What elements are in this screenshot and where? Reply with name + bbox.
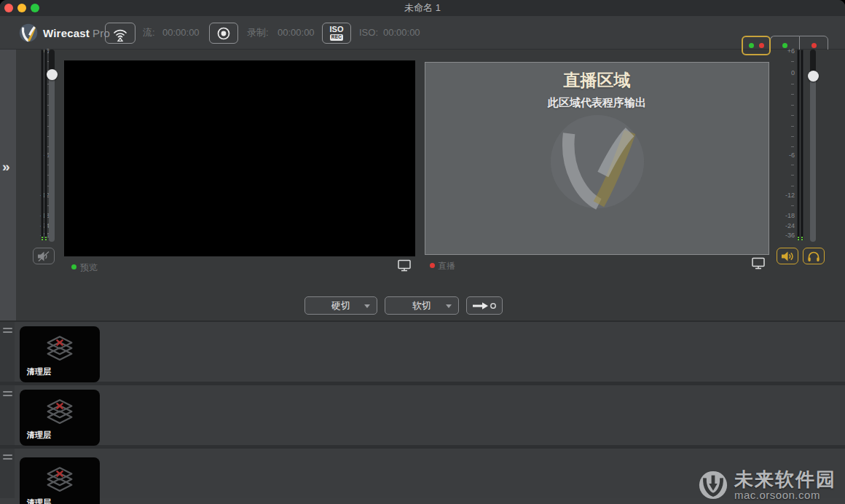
live-status-dot: [430, 263, 435, 268]
clear-layer-icon: [42, 399, 77, 431]
audio-meter-left: +60-6-12-18-24-36: [16, 50, 64, 320]
vu-meter: [41, 50, 47, 240]
wirecast-logo-icon: [19, 23, 38, 42]
preview-dot-icon: [749, 43, 754, 48]
iso-rec-icon: ISO REC: [330, 25, 344, 41]
layer-row[interactable]: 清理层: [0, 449, 845, 498]
chevron-down-icon: [446, 304, 452, 308]
iso-record-button[interactable]: ISO REC: [322, 23, 351, 44]
preview-canvas: [64, 60, 415, 256]
iso-label: ISO:: [359, 16, 378, 50]
layer-row[interactable]: 清理层: [0, 322, 845, 385]
go-transition-button[interactable]: [466, 296, 503, 315]
live-status-label: 直播: [438, 260, 455, 272]
fader-knob[interactable]: [808, 71, 819, 82]
headphones-icon: [807, 251, 820, 262]
preview-status-dot: [71, 264, 76, 269]
layer-thumbnail[interactable]: 清理层: [20, 326, 100, 382]
wirecast-window: 未命名 1 WirecastPro 流: 00:00:00: [0, 0, 845, 504]
fader-knob[interactable]: [47, 69, 58, 80]
monitor-audio-button[interactable]: [777, 248, 798, 264]
live-area-title: 直播区域: [425, 69, 769, 92]
layers-shelf: 清理层 清理层: [0, 320, 845, 504]
muted-speaker-icon: [36, 251, 51, 262]
speaker-icon: [780, 251, 795, 262]
transition-1-label: 硬切: [331, 299, 350, 312]
transition-2-dropdown[interactable]: 软切: [385, 296, 459, 315]
record-label: 录制:: [247, 16, 269, 50]
layer-drag-handle[interactable]: [0, 385, 15, 445]
app-name: WirecastPro: [43, 27, 110, 39]
monitor-icon: [751, 257, 766, 269]
preview-status-label: 预览: [80, 261, 98, 274]
live-dot-icon: [759, 43, 764, 48]
preview-fullscreen-button[interactable]: [397, 259, 412, 274]
layer-thumbnail[interactable]: 清理层: [20, 390, 100, 446]
transition-2-label: 软切: [412, 299, 431, 312]
titlebar: 未命名 1: [0, 0, 845, 16]
record-time: 00:00:00: [278, 16, 315, 50]
mute-button[interactable]: [33, 248, 55, 264]
clear-layer-icon: [42, 336, 77, 368]
broadcast-wifi-icon: [111, 25, 130, 42]
live-canvas: 直播区域 此区域代表程序输出: [425, 62, 769, 255]
volume-fader[interactable]: [810, 50, 816, 242]
layer-name: 清理层: [27, 430, 51, 441]
expand-chevron-icon: »: [2, 159, 10, 175]
db-scale: +60-6-12-18-24-36: [776, 48, 795, 240]
layer-row[interactable]: 清理层: [0, 385, 845, 449]
main-area: » +60-6-12-18-24-36 预览: [0, 50, 845, 320]
layer-drag-handle[interactable]: [0, 449, 15, 498]
audio-meter-right: +60-6-12-18-24-36: [776, 50, 845, 320]
clear-layer-icon: [42, 467, 77, 499]
stream-time: 00:00:00: [162, 16, 200, 50]
iso-time: 00:00:00: [383, 16, 420, 50]
window-title: 未命名 1: [0, 0, 845, 16]
toolbar: WirecastPro 流: 00:00:00 录制: 00:00:00 ISO…: [0, 16, 845, 50]
wirecast-watermark-icon: [548, 112, 647, 211]
monitor-icon: [397, 259, 412, 272]
app-logo: WirecastPro: [19, 23, 110, 42]
live-area-subtitle: 此区域代表程序输出: [425, 96, 769, 110]
vu-meter: [797, 50, 803, 240]
record-button[interactable]: [209, 23, 238, 44]
chevron-down-icon: [364, 304, 370, 308]
live-dot-icon: [811, 43, 817, 48]
stream-label: 流:: [143, 16, 155, 50]
live-fullscreen-button[interactable]: [751, 257, 766, 272]
volume-fader[interactable]: [49, 50, 55, 242]
layer-name: 清理层: [27, 366, 51, 377]
stream-button[interactable]: [105, 23, 135, 44]
transition-1-dropdown[interactable]: 硬切: [304, 296, 377, 315]
layer-thumbnail[interactable]: 清理层: [20, 457, 100, 504]
headphones-button[interactable]: [803, 248, 825, 264]
view-mode-split-button[interactable]: [742, 36, 771, 55]
record-icon: [216, 25, 232, 42]
layer-name: 清理层: [27, 497, 51, 504]
go-arrow-icon: [471, 301, 498, 311]
layer-drag-handle[interactable]: [0, 322, 15, 382]
expand-panel-strip[interactable]: »: [0, 50, 16, 320]
